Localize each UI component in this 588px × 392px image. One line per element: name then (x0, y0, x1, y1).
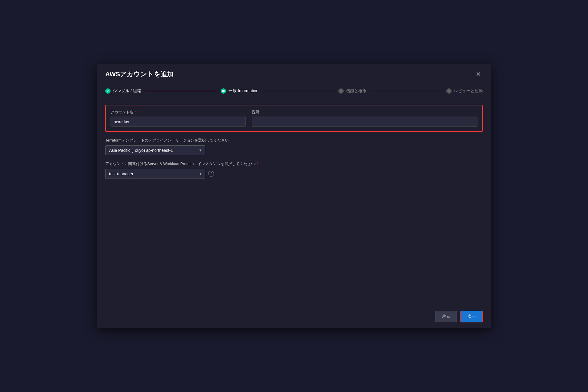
terraform-select-wrapper: Asia Pacific (Tokyo) ap-northeast-1 US E… (105, 145, 205, 155)
step-line-2-3 (262, 91, 335, 91)
swp-row: test-manager ▼ i (105, 169, 483, 179)
step-4-dot (448, 90, 450, 92)
description-input[interactable] (252, 117, 477, 127)
swp-select-wrapper: test-manager ▼ (105, 169, 205, 179)
step-1-label: シングル / 組織 (113, 88, 141, 94)
step-1-check (107, 89, 109, 93)
step-2: 一般 Information (221, 88, 258, 94)
swp-label: アカウントに関連付けるServer & Workload Protectionイ… (105, 161, 483, 166)
swp-section: アカウントに関連付けるServer & Workload Protectionイ… (105, 161, 483, 179)
step-3: 機能と権限 (338, 88, 367, 94)
modal-title: AWSアカウントを追加 (105, 70, 173, 79)
add-aws-account-modal: AWSアカウントを追加 ✕ シングル / 組織 一般 Information 機… (97, 64, 491, 328)
account-name-section: アカウント名:* 説明: (105, 105, 483, 132)
step-4-circle (446, 88, 452, 94)
step-4-label: レビューと起動 (454, 88, 483, 94)
step-1-circle (105, 88, 111, 94)
close-button[interactable]: ✕ (474, 70, 483, 78)
account-name-label: アカウント名:* (111, 110, 246, 115)
swp-instance-select[interactable]: test-manager (105, 169, 205, 179)
step-3-label: 機能と権限 (346, 88, 367, 94)
step-3-circle (338, 88, 344, 94)
account-name-input[interactable] (111, 117, 246, 127)
account-name-group: アカウント名:* (111, 110, 246, 127)
swp-info-icon[interactable]: i (208, 171, 214, 177)
step-4: レビューと起動 (446, 88, 483, 94)
step-2-label: 一般 Information (228, 88, 258, 94)
description-group: 説明: (252, 110, 477, 127)
step-line-1-2 (145, 91, 217, 91)
step-line-3-4 (370, 91, 443, 91)
back-button[interactable]: 戻る (435, 311, 457, 322)
terraform-section: Terraformテンプレートのデプロイメントリージョンを選択してください: A… (105, 138, 483, 155)
swp-required-marker: * (257, 161, 258, 166)
step-2-circle (221, 88, 226, 94)
step-3-dot (340, 90, 342, 92)
modal-body: アカウント名:* 説明: Terraformテンプレートのデプロイメントリージョ… (97, 99, 491, 306)
terraform-label: Terraformテンプレートのデプロイメントリージョンを選択してください: (105, 138, 483, 143)
description-label: 説明: (252, 110, 477, 115)
stepper: シングル / 組織 一般 Information 機能と権限 レビューと起動 (97, 83, 491, 99)
step-2-dot (222, 90, 225, 92)
terraform-region-select[interactable]: Asia Pacific (Tokyo) ap-northeast-1 US E… (105, 145, 205, 155)
modal-footer: 戻る 次へ (97, 306, 491, 328)
step-1: シングル / 組織 (105, 88, 141, 94)
required-marker: * (135, 110, 137, 114)
modal-header: AWSアカウントを追加 ✕ (97, 64, 491, 83)
next-button[interactable]: 次へ (460, 311, 483, 322)
